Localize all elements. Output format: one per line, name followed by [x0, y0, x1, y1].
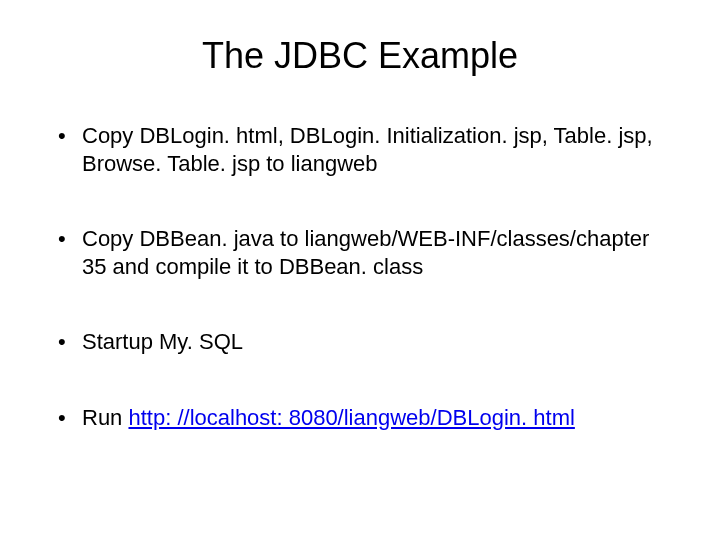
bullet-list: Copy DBLogin. html, DBLogin. Initializat… [50, 122, 670, 431]
list-item: Copy DBLogin. html, DBLogin. Initializat… [50, 122, 670, 177]
bullet-text: Startup My. SQL [82, 329, 243, 354]
url-link[interactable]: http: //localhost: 8080/liangweb/DBLogin… [128, 405, 574, 430]
bullet-text: Copy DBBean. java to liangweb/WEB-INF/cl… [82, 226, 649, 279]
list-item: Copy DBBean. java to liangweb/WEB-INF/cl… [50, 225, 670, 280]
list-item: Startup My. SQL [50, 328, 670, 356]
bullet-prefix: Run [82, 405, 128, 430]
list-item: Run http: //localhost: 8080/liangweb/DBL… [50, 404, 670, 432]
bullet-text: Copy DBLogin. html, DBLogin. Initializat… [82, 123, 653, 176]
slide-title: The JDBC Example [50, 35, 670, 77]
